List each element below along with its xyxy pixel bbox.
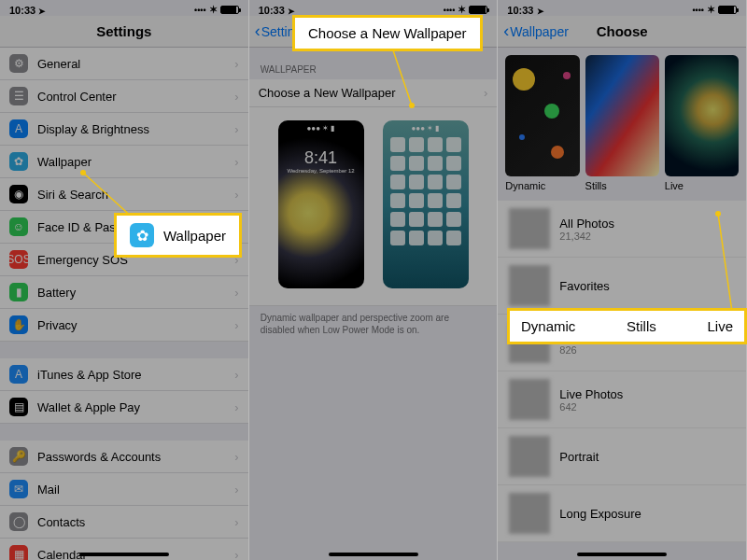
chevron-right-icon: › bbox=[234, 400, 238, 414]
page-title: Settings bbox=[96, 23, 151, 39]
settings-privacy[interactable]: ✋Privacy› bbox=[0, 309, 248, 342]
loc-icon: ➤ bbox=[38, 7, 46, 16]
settings-siri-search[interactable]: ◉Siri & Search› bbox=[0, 178, 248, 211]
choose-new-wallpaper[interactable]: Choose a New Wallpaper› bbox=[249, 79, 498, 107]
row-icon: A bbox=[9, 119, 28, 138]
category-live[interactable]: Live bbox=[665, 55, 739, 191]
section-header: WALLPAPER bbox=[249, 48, 498, 79]
chevron-right-icon: › bbox=[234, 122, 238, 136]
category-stills[interactable]: Stills bbox=[585, 55, 659, 191]
settings-contacts[interactable]: ◯Contacts› bbox=[0, 506, 248, 539]
album-thumb bbox=[509, 493, 550, 534]
albums-list: All Photos21,342FavoritesSelfies826Live … bbox=[498, 195, 746, 542]
row-icon: ☰ bbox=[9, 87, 28, 105]
row-icon: ◯ bbox=[9, 512, 28, 531]
settings-general[interactable]: ⚙︎General› bbox=[0, 48, 248, 80]
chevron-right-icon: › bbox=[234, 286, 238, 300]
chevron-right-icon: › bbox=[234, 90, 238, 104]
homescreen-preview[interactable]: ●●● ✶ ▮ bbox=[383, 120, 469, 288]
row-icon: ✋ bbox=[9, 315, 28, 334]
callout-categories: DynamicStillsLive bbox=[507, 308, 747, 344]
pane-settings: 10:33 ➤ ••••✶ Settings ⚙︎General›☰Contro… bbox=[0, 0, 249, 560]
chevron-right-icon: › bbox=[234, 515, 238, 529]
nav-settings: Settings bbox=[0, 16, 248, 48]
row-icon: ⚙︎ bbox=[9, 54, 28, 73]
status-bar: 10:33 ➤ ••••✶ bbox=[0, 0, 248, 16]
settings-itunes-app-store[interactable]: AiTunes & App Store› bbox=[0, 358, 248, 391]
row-icon: A bbox=[9, 365, 28, 384]
settings-calendar[interactable]: ▦Calendar› bbox=[0, 539, 248, 560]
dynamic-thumb bbox=[505, 55, 579, 176]
album-thumb bbox=[509, 379, 550, 420]
pane-choose: 10:33 ➤ ••••✶ ‹Wallpaper Choose Dynamic … bbox=[498, 0, 747, 560]
back-button[interactable]: ‹Wallpaper bbox=[503, 21, 569, 41]
chevron-right-icon: › bbox=[234, 450, 238, 464]
home-indicator[interactable] bbox=[329, 553, 418, 556]
status-bar: 10:33 ➤ ••••✶ bbox=[249, 0, 498, 16]
settings-display-brightness[interactable]: ADisplay & Brightness› bbox=[0, 113, 248, 146]
chevron-right-icon: › bbox=[234, 188, 238, 202]
nav-choose: ‹Wallpaper Choose bbox=[498, 16, 746, 48]
album-favorites[interactable]: Favorites bbox=[498, 258, 746, 315]
callout-choose-new: Choose a New Wallpaper bbox=[292, 15, 483, 51]
row-icon: SOS bbox=[9, 250, 28, 269]
chevron-left-icon: ‹ bbox=[255, 21, 261, 41]
row-icon: 🔑 bbox=[9, 447, 28, 466]
row-icon: ▤ bbox=[9, 398, 28, 416]
row-icon: ▮ bbox=[9, 283, 28, 301]
album-long-exposure[interactable]: Long Exposure bbox=[498, 485, 746, 542]
chevron-right-icon: › bbox=[234, 483, 238, 497]
chevron-right-icon: › bbox=[234, 548, 238, 561]
home-indicator[interactable] bbox=[577, 553, 667, 556]
stills-thumb bbox=[585, 55, 659, 176]
album-thumb bbox=[509, 208, 550, 249]
settings-control-center[interactable]: ☰Control Center› bbox=[0, 80, 248, 113]
category-row: Dynamic Stills Live bbox=[498, 48, 746, 195]
settings-list: ⚙︎General›☰Control Center›ADisplay & Bri… bbox=[0, 48, 248, 560]
row-icon: ◉ bbox=[9, 185, 28, 203]
page-title: Choose bbox=[597, 23, 648, 39]
settings-mail[interactable]: ✉︎Mail› bbox=[0, 473, 248, 506]
row-icon: ✿ bbox=[9, 152, 28, 171]
battery-icon bbox=[220, 6, 239, 14]
status-bar: 10:33 ➤ ••••✶ bbox=[498, 0, 746, 16]
row-icon: ✉︎ bbox=[9, 480, 28, 498]
settings-wallpaper[interactable]: ✿Wallpaper› bbox=[0, 146, 248, 178]
category-dynamic[interactable]: Dynamic bbox=[505, 55, 579, 191]
chevron-right-icon: › bbox=[234, 318, 238, 332]
album-all-photos[interactable]: All Photos21,342 bbox=[498, 201, 746, 258]
album-portrait[interactable]: Portrait bbox=[498, 428, 746, 485]
wallpaper-preview-row: ●●● ✶ ▮ 8:41Wednesday, September 12 ●●● … bbox=[249, 107, 498, 306]
chevron-right-icon: › bbox=[484, 86, 487, 100]
callout-wallpaper: ✿ Wallpaper bbox=[114, 213, 242, 258]
signal-icon: •••• bbox=[194, 6, 206, 15]
album-thumb bbox=[509, 265, 550, 306]
live-thumb bbox=[665, 55, 739, 176]
wallpaper-icon: ✿ bbox=[130, 223, 154, 247]
lockscreen-preview[interactable]: ●●● ✶ ▮ 8:41Wednesday, September 12 bbox=[278, 120, 364, 288]
chevron-right-icon: › bbox=[234, 57, 238, 71]
chevron-left-icon: ‹ bbox=[503, 21, 509, 41]
settings-wallet-apple-pay[interactable]: ▤Wallet & Apple Pay› bbox=[0, 391, 248, 424]
row-icon: ▦ bbox=[9, 545, 28, 560]
wifi-icon: ✶ bbox=[209, 4, 218, 16]
settings-battery[interactable]: ▮Battery› bbox=[0, 276, 248, 309]
pane-wallpaper: 10:33 ➤ ••••✶ ‹Settings WALLPAPER Choose… bbox=[249, 0, 499, 560]
chevron-right-icon: › bbox=[234, 155, 238, 169]
album-thumb bbox=[509, 436, 550, 477]
album-live-photos[interactable]: Live Photos642 bbox=[498, 371, 746, 428]
footer-note: Dynamic wallpaper and perspective zoom a… bbox=[249, 306, 498, 342]
row-icon: ☺ bbox=[9, 217, 28, 236]
settings-passwords-accounts[interactable]: 🔑Passwords & Accounts› bbox=[0, 441, 248, 473]
home-indicator[interactable] bbox=[79, 553, 169, 556]
chevron-right-icon: › bbox=[234, 368, 238, 382]
